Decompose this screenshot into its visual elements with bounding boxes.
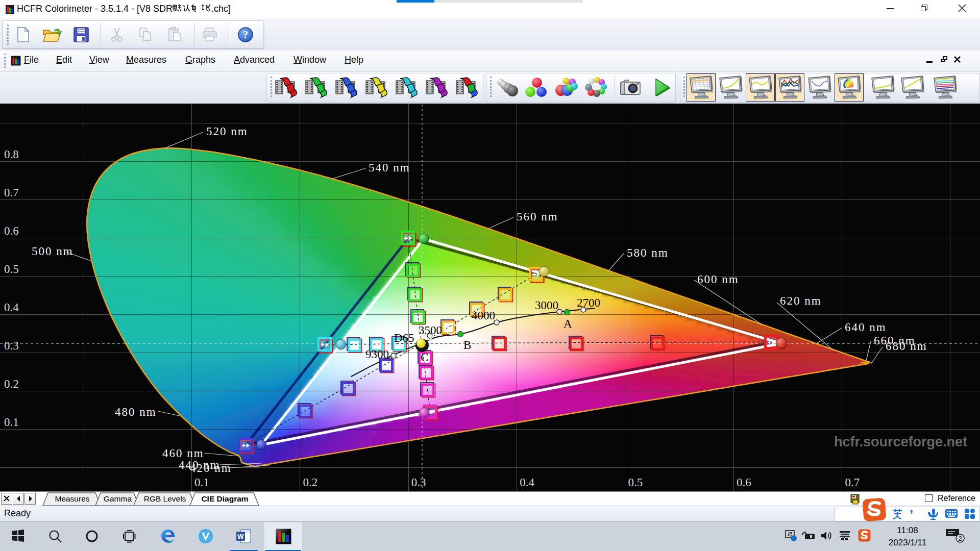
svg-text:W: W — [237, 533, 244, 540]
svg-text:0.6: 0.6 — [737, 476, 751, 489]
svg-text:9300: 9300 — [365, 348, 389, 361]
svg-text:0.5: 0.5 — [628, 476, 643, 489]
svg-text:520 nm: 520 nm — [206, 125, 248, 138]
svg-text:hcfr.sourceforge.net: hcfr.sourceforge.net — [834, 434, 967, 449]
svg-text:0.1: 0.1 — [4, 416, 19, 429]
svg-text:0.2: 0.2 — [303, 476, 317, 489]
svg-text:0.4: 0.4 — [520, 476, 534, 489]
svg-text:Measures: Measures — [55, 494, 89, 503]
svg-text:0.4: 0.4 — [4, 301, 19, 314]
svg-text:0.8: 0.8 — [4, 148, 19, 161]
svg-text:620 nm: 620 nm — [780, 294, 822, 307]
svg-text:C: C — [421, 351, 428, 364]
svg-text:2: 2 — [958, 535, 962, 542]
svg-text:500 nm: 500 nm — [32, 245, 74, 258]
svg-text:D65: D65 — [394, 332, 414, 344]
svg-text:560 nm: 560 nm — [517, 210, 558, 223]
svg-text:420 nm: 420 nm — [190, 462, 232, 474]
svg-text:600 nm: 600 nm — [697, 273, 739, 286]
svg-text:0.6: 0.6 — [4, 224, 19, 237]
svg-text:0.5: 0.5 — [4, 263, 19, 276]
svg-text:3000: 3000 — [535, 299, 558, 312]
svg-text:680 nm: 680 nm — [886, 340, 927, 353]
svg-text:640 nm: 640 nm — [845, 321, 887, 334]
svg-text:580 nm: 580 nm — [627, 246, 669, 259]
svg-text:0.7: 0.7 — [845, 476, 860, 489]
svg-text:3500: 3500 — [419, 324, 442, 337]
svg-text:2700: 2700 — [577, 296, 600, 309]
svg-text:0.2: 0.2 — [4, 378, 19, 390]
svg-text:0.3: 0.3 — [4, 339, 19, 352]
svg-text:460 nm: 460 nm — [162, 447, 204, 460]
svg-text:0.3: 0.3 — [411, 476, 426, 489]
svg-text:?: ? — [243, 29, 249, 41]
svg-text:0.7: 0.7 — [4, 186, 19, 199]
svg-text:480 nm: 480 nm — [115, 406, 157, 418]
svg-text:540 nm: 540 nm — [369, 161, 410, 174]
svg-text:CIE Diagram: CIE Diagram — [201, 494, 248, 503]
svg-text:0.1: 0.1 — [194, 476, 209, 489]
svg-text:4000: 4000 — [472, 309, 495, 322]
svg-text:RGB Levels: RGB Levels — [144, 494, 186, 503]
svg-text:B: B — [463, 339, 471, 352]
svg-text:A: A — [564, 317, 572, 330]
svg-text:Gamma: Gamma — [104, 494, 132, 503]
